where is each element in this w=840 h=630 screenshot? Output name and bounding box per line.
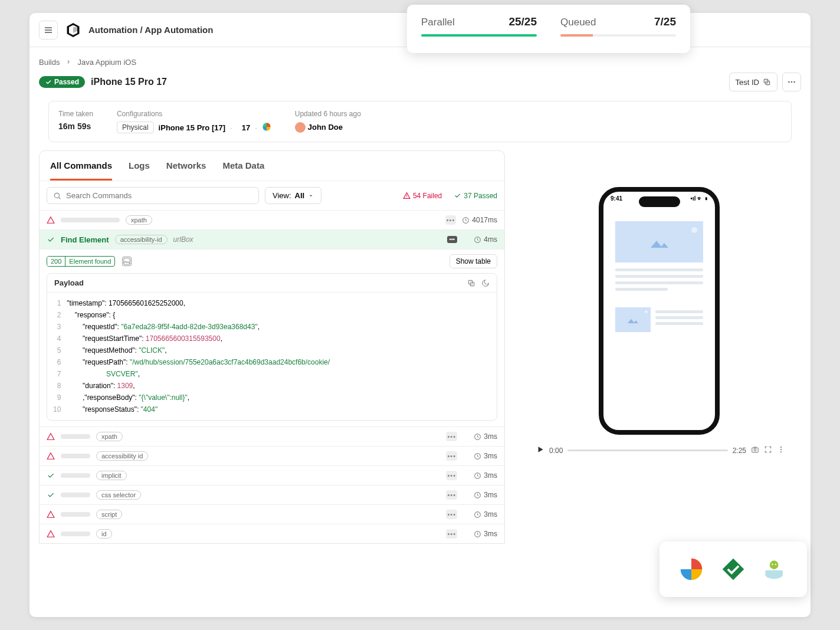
payload-panel: Payload 12345678910 "timestamp": 1705665…: [47, 273, 497, 421]
svg-point-28: [772, 564, 773, 565]
video-player: 0:00 2:25: [534, 445, 788, 455]
tab-networks[interactable]: Networks: [166, 151, 206, 181]
svg-point-6: [54, 193, 59, 198]
svg-rect-24: [766, 570, 783, 576]
seek-track[interactable]: [567, 449, 727, 451]
appium-icon: [678, 556, 704, 582]
locator-pill: xpath: [96, 432, 123, 441]
moon-icon[interactable]: [481, 279, 490, 287]
warning-icon: [403, 192, 411, 199]
duration: 3ms: [463, 510, 497, 519]
placeholder-line: [615, 281, 703, 284]
duration: 3ms: [463, 432, 497, 441]
warning-icon: [47, 452, 55, 460]
app-window: Automation / App Automation Builds Java …: [29, 13, 811, 617]
command-row[interactable]: script•••3ms: [40, 504, 504, 524]
warning-icon: [47, 432, 55, 441]
copy-icon: [763, 78, 771, 86]
duration: 3ms: [463, 452, 497, 460]
svg-point-22: [780, 451, 782, 452]
phone-time: 9:41: [611, 195, 622, 202]
commands-panel: All Commands Logs Networks Meta Data Vie…: [39, 150, 505, 544]
svg-point-20: [780, 447, 782, 448]
check-icon: [47, 235, 55, 244]
more-actions-button[interactable]: [782, 73, 801, 91]
integrations-card: [659, 542, 807, 597]
breadcrumb-current: Java Appium iOS: [77, 58, 136, 67]
command-row[interactable]: xpath•••3ms: [40, 426, 504, 446]
tab-all-commands[interactable]: All Commands: [50, 151, 112, 181]
more-icon[interactable]: •••: [446, 529, 457, 539]
copy-icon[interactable]: [467, 279, 475, 287]
image-icon[interactable]: [122, 257, 132, 266]
svg-rect-9: [124, 258, 130, 265]
device-preview: 9:41•ıl ᯤ ▮ 0:00 2:25: [599, 187, 720, 455]
svg-point-19: [754, 449, 756, 451]
total-time: 2:25: [733, 447, 746, 455]
tab-meta-data[interactable]: Meta Data: [222, 151, 264, 181]
more-icon[interactable]: •••: [445, 215, 457, 225]
more-icon[interactable]: •••: [446, 451, 457, 461]
skeleton: [61, 218, 120, 222]
breadcrumb-root-link[interactable]: Builds: [39, 58, 60, 67]
skeleton: [61, 454, 90, 458]
capacity-card: Parallel25/25 Queued7/25: [407, 5, 690, 53]
hamburger-menu-button[interactable]: [39, 21, 58, 40]
test-id-button[interactable]: Test ID: [729, 73, 777, 91]
more-icon[interactable]: •••: [446, 471, 457, 480]
check-icon: [47, 491, 55, 499]
locator-pill: accessibility-id: [115, 235, 168, 244]
selenium-icon: [720, 556, 746, 582]
command-arg: urlBox: [173, 235, 193, 244]
framework-icon: [262, 122, 271, 133]
more-vertical-icon[interactable]: [777, 445, 785, 455]
code-block: 12345678910 "timestamp": 170566560162525…: [47, 293, 497, 420]
phone-notch: [639, 196, 680, 207]
more-icon[interactable]: •••: [446, 432, 457, 441]
queued-bar: [560, 34, 676, 37]
command-row-active[interactable]: Find Element accessibility-id urlBox •••…: [40, 229, 504, 249]
command-row[interactable]: xpath ••• 4017ms: [40, 210, 504, 229]
skeleton: [61, 531, 90, 536]
skeleton: [61, 473, 90, 478]
tab-logs[interactable]: Logs: [129, 151, 150, 181]
lambdatest-logo-icon: [65, 22, 81, 38]
espresso-icon: [762, 556, 788, 582]
command-row[interactable]: id•••3ms: [40, 524, 504, 543]
placeholder-thumb: [615, 307, 651, 332]
breadcrumb: Builds Java Appium iOS: [39, 58, 801, 67]
parallel-value: 25/25: [508, 15, 537, 28]
avatar: [295, 122, 306, 133]
payload-title: Payload: [54, 278, 84, 287]
dots-horizontal-icon: [787, 77, 796, 87]
parallel-label: Parallel: [421, 17, 455, 28]
camera-icon[interactable]: [751, 445, 759, 455]
command-row[interactable]: accessibility id•••3ms: [40, 446, 504, 465]
physical-chip: Physical: [117, 122, 154, 133]
product-breadcrumb: Automation / App Automation: [88, 25, 213, 35]
search-commands[interactable]: [47, 187, 259, 204]
duration: 4017ms: [462, 216, 497, 224]
more-icon[interactable]: •••: [446, 510, 457, 519]
search-input[interactable]: [66, 191, 252, 200]
fullscreen-icon[interactable]: [764, 445, 772, 455]
caret-down-icon: [308, 193, 314, 199]
configurations-label: Configurations: [117, 110, 271, 118]
os-version: 17: [242, 123, 250, 132]
tabs: All Commands Logs Networks Meta Data: [40, 151, 504, 181]
svg-rect-27: [775, 562, 776, 564]
locator-pill: accessibility id: [96, 451, 148, 461]
check-icon: [45, 78, 52, 86]
more-icon[interactable]: •••: [446, 490, 457, 500]
duration: 3ms: [463, 471, 497, 480]
play-button[interactable]: [536, 445, 544, 455]
page-title: iPhone 15 Pro 17: [91, 77, 167, 87]
view-filter-button[interactable]: View: All: [265, 187, 321, 204]
parallel-bar: [421, 34, 537, 37]
show-table-button[interactable]: Show table: [449, 254, 497, 268]
svg-point-2: [788, 81, 790, 83]
command-row[interactable]: implicit•••3ms: [40, 465, 504, 485]
check-icon: [47, 471, 55, 480]
command-row[interactable]: css selector•••3ms: [40, 485, 504, 504]
placeholder-line: [615, 275, 703, 278]
